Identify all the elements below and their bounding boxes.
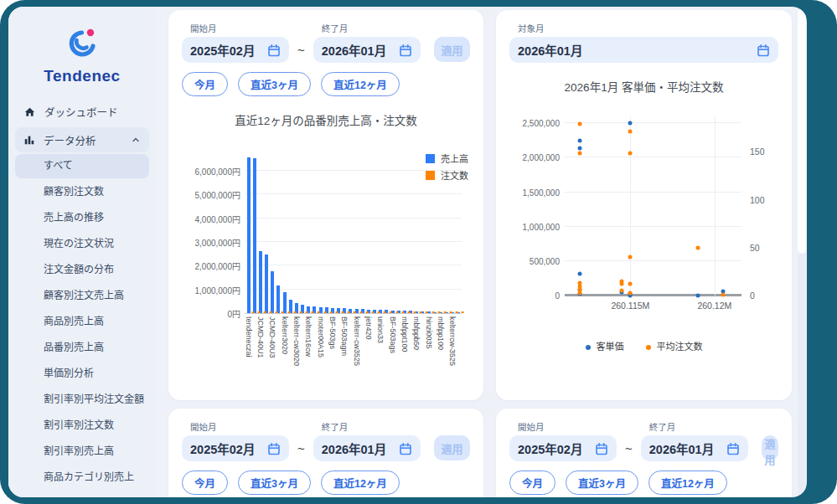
orders-bar <box>395 311 398 313</box>
sidebar-subitem[interactable]: 商品別売上高 <box>15 310 149 334</box>
orders-bar <box>264 311 266 313</box>
sidebar-subitem[interactable]: すべて <box>15 154 149 178</box>
quick-range-pill[interactable]: 直近12ヶ月 <box>648 471 727 495</box>
sidebar-subitem[interactable]: 割引率別平均注文金額 <box>15 388 149 412</box>
gridline <box>245 265 462 265</box>
scatter-point-avg-orders <box>628 282 633 286</box>
y-axis-label: 5,000,000円 <box>182 188 240 201</box>
y-axis-left-label: 0 <box>501 291 560 301</box>
orders-bar <box>372 311 375 313</box>
date-range-row: 開始月 2025年02月 ~ 終了月 2026年01月 適用 <box>182 22 470 63</box>
input-value: 2025年02月 <box>518 440 595 457</box>
legend-label: 客単価 <box>597 342 624 352</box>
calendar-icon[interactable] <box>595 442 608 455</box>
sales-bar <box>265 255 268 313</box>
sidebar-subitem[interactable]: 顧客別注文売上高 <box>15 284 149 308</box>
input-value: 2026年01月 <box>322 440 399 457</box>
y-axis-right-label: 150 <box>750 147 765 157</box>
field-label: 開始月 <box>518 420 617 433</box>
sidebar-subitem[interactable]: 品番別売上高 <box>15 336 149 360</box>
scatter-point-avg-orders <box>695 245 700 249</box>
sidebar-item-data-analysis[interactable]: データ分析 <box>15 127 149 152</box>
scatter-point-avg-orders <box>578 122 582 126</box>
end-month-field: 終了月 2026年01月 <box>313 22 421 63</box>
orders-bar <box>420 311 422 313</box>
quick-range-pills: 今月直近3ヶ月直近12ヶ月 <box>182 471 470 495</box>
target-month-input[interactable]: 2026年01月 <box>509 37 778 63</box>
orders-bar <box>414 311 416 313</box>
end-month-input[interactable]: 2026年01月 <box>313 37 421 63</box>
quick-range-pill[interactable]: 今月 <box>182 72 228 96</box>
end-month-input[interactable]: 2026年01月 <box>641 435 748 461</box>
sidebar-subitem[interactable]: 商品カテゴリ別売上 <box>15 465 149 490</box>
input-value: 2026年01月 <box>649 440 726 457</box>
start-month-input[interactable]: 2025年02月 <box>509 435 617 461</box>
panel-sales-by-item: 開始月 2025年02月 ~ 終了月 2026年01月 適用 今月直近3ヶ月直近 <box>168 10 483 400</box>
sidebar-subitem[interactable]: 単価別分析 <box>15 362 149 386</box>
sidebar-subitem[interactable]: 価格帯別売上 <box>15 491 149 497</box>
gridline <box>715 116 716 296</box>
end-month-input[interactable]: 2026年01月 <box>313 435 421 461</box>
calendar-icon[interactable] <box>267 44 281 57</box>
quick-range-pill[interactable]: 直近3ヶ月 <box>238 72 311 96</box>
orders-bar <box>431 311 434 313</box>
x-axis-label: mbfppb50 <box>412 316 421 350</box>
x-axis-label: BF-503ags <box>389 316 397 353</box>
scatter-chart-plot: 0500,0001,000,0001,500,0002,000,0002,500… <box>565 116 741 296</box>
start-month-input[interactable]: 2025年02月 <box>182 435 289 461</box>
gridline <box>245 170 462 171</box>
y-axis-left-label: 1,500,000 <box>501 188 560 197</box>
x-axis-label: mbfppt100 <box>400 316 409 352</box>
quick-range-pill[interactable]: 今月 <box>182 471 228 495</box>
y-axis-label: 3,000,000円 <box>182 236 240 249</box>
calendar-icon[interactable] <box>267 442 281 455</box>
range-separator: ~ <box>625 441 633 455</box>
legend-label: 平均注文数 <box>657 342 703 352</box>
orders-bar <box>276 311 278 313</box>
end-month-field: 終了月 2026年01月 <box>641 420 748 461</box>
quick-range-pill[interactable]: 直近3ヶ月 <box>566 471 638 495</box>
sidebar-subitem[interactable]: 割引率別注文数 <box>15 414 149 438</box>
apply-button[interactable]: 適用 <box>762 435 778 460</box>
quick-range-pill[interactable]: 直近12ヶ月 <box>321 471 400 495</box>
orders-bar <box>270 311 272 313</box>
orders-bar <box>462 311 464 313</box>
sidebar-subitem[interactable]: 注文金額の分布 <box>15 258 149 282</box>
bar-chart-plot: 0円1,000,000円2,000,000円3,000,000円4,000,00… <box>245 157 462 314</box>
sidebar: Tendenec ダッシュボード データ分析 すべて顧客別注文 <box>8 7 156 497</box>
orders-bar <box>426 311 428 313</box>
quick-range-pills: 今月直近3ヶ月直近12ヶ月 <box>182 72 470 96</box>
scatter-point-avg-orders <box>628 130 633 134</box>
y-axis-label: 2,000,000円 <box>182 260 240 272</box>
quick-range-pill[interactable]: 直近12ヶ月 <box>321 72 400 96</box>
legend-dot-blue <box>586 345 591 350</box>
scatter-point-avg-orders <box>578 291 582 295</box>
calendar-icon[interactable] <box>726 442 740 455</box>
x-axis-label: keltern16cw <box>304 316 313 357</box>
calendar-icon[interactable] <box>757 44 770 57</box>
start-month-input[interactable]: 2025年02月 <box>182 37 289 63</box>
quick-range-pills: 今月直近3ヶ月直近12ヶ月 <box>509 471 778 495</box>
field-label: 対象月 <box>518 22 778 34</box>
sidebar-item-dashboard[interactable]: ダッシュボード <box>15 99 149 124</box>
orders-bar <box>300 311 302 313</box>
apply-button[interactable]: 適用 <box>434 435 470 460</box>
y-axis-label: 6,000,000円 <box>182 165 240 177</box>
scatter-point-avg-orders <box>628 151 633 155</box>
sidebar-subitem[interactable]: 割引率別売上高 <box>15 440 149 464</box>
quick-range-pill[interactable]: 今月 <box>509 471 555 495</box>
sidebar-subitem[interactable]: 顧客別注文数 <box>15 180 149 204</box>
logo-text: Tendenec <box>44 67 120 85</box>
orders-bar <box>354 311 356 313</box>
field-label: 終了月 <box>322 420 421 433</box>
quick-range-pill[interactable]: 直近3ヶ月 <box>238 471 311 495</box>
scrollbar-thumb[interactable] <box>798 8 806 254</box>
sidebar-subitem[interactable]: 現在の注文状況 <box>15 232 149 256</box>
sidebar-subitem[interactable]: 売上高の推移 <box>15 206 149 230</box>
orders-bar <box>401 311 404 313</box>
calendar-icon[interactable] <box>399 442 412 455</box>
chevron-up-icon <box>131 135 141 145</box>
x-axis-label: 260.115M <box>611 301 649 311</box>
apply-button[interactable]: 適用 <box>434 37 470 62</box>
calendar-icon[interactable] <box>399 44 412 57</box>
